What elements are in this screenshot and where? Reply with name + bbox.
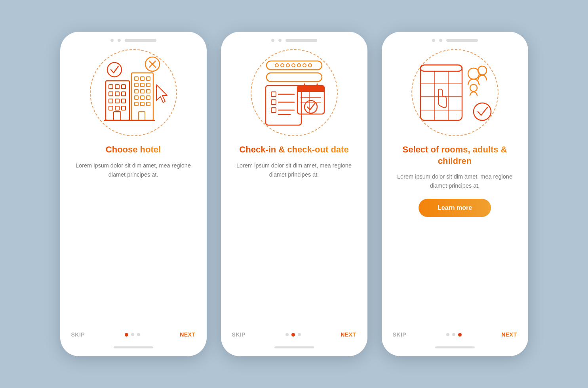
phone-3-home-bar bbox=[435, 346, 475, 348]
svg-point-39 bbox=[275, 64, 278, 67]
svg-rect-7 bbox=[109, 99, 113, 103]
svg-rect-65 bbox=[421, 67, 462, 71]
svg-rect-51 bbox=[271, 108, 276, 112]
checkin-icon bbox=[255, 53, 334, 132]
phone-3-icon-area bbox=[411, 49, 499, 136]
phone-1-dots bbox=[125, 333, 140, 337]
svg-rect-27 bbox=[135, 102, 138, 106]
phone-2-next[interactable]: NEXT bbox=[341, 331, 356, 338]
dot-1 bbox=[446, 333, 449, 336]
svg-rect-16 bbox=[141, 77, 144, 80]
svg-rect-8 bbox=[115, 99, 119, 103]
dot-1 bbox=[125, 333, 128, 337]
phone-1-desc: Lorem ipsum dolor sit dim amet, mea regi… bbox=[60, 161, 207, 179]
svg-rect-30 bbox=[139, 112, 145, 120]
svg-rect-4 bbox=[109, 92, 113, 96]
dot-2 bbox=[291, 333, 295, 337]
svg-rect-63 bbox=[421, 65, 462, 120]
phone-3-next[interactable]: NEXT bbox=[501, 331, 517, 338]
phone-1-next[interactable]: NEXT bbox=[180, 331, 195, 338]
phone-2-top bbox=[221, 39, 367, 42]
phone-speaker bbox=[285, 39, 317, 42]
learn-more-button[interactable]: Learn more bbox=[419, 199, 491, 217]
svg-rect-2 bbox=[115, 85, 119, 89]
svg-rect-22 bbox=[141, 89, 144, 93]
dot-2 bbox=[452, 333, 455, 336]
svg-rect-29 bbox=[147, 102, 150, 106]
svg-rect-24 bbox=[135, 96, 138, 99]
phone-2-title: Check-in & check-out date bbox=[227, 144, 360, 156]
rooms-icon bbox=[413, 53, 497, 132]
svg-rect-19 bbox=[141, 83, 144, 87]
svg-rect-56 bbox=[297, 88, 324, 92]
phone-3-top bbox=[382, 39, 528, 42]
phone-speaker bbox=[125, 39, 156, 42]
phone-1-top bbox=[60, 39, 207, 42]
phone-3-desc: Lorem ipsum dolor sit dim amet, mea regi… bbox=[382, 172, 528, 190]
svg-rect-47 bbox=[271, 92, 276, 97]
svg-point-41 bbox=[286, 64, 289, 67]
svg-rect-1 bbox=[109, 85, 113, 89]
phone-dot bbox=[110, 39, 114, 42]
phone-3-title: Select of rooms, adults & children bbox=[382, 144, 528, 167]
phone-1-icon-area bbox=[90, 49, 177, 136]
svg-rect-3 bbox=[122, 85, 126, 89]
dot-3 bbox=[458, 333, 462, 337]
svg-rect-6 bbox=[122, 92, 126, 96]
svg-point-45 bbox=[308, 64, 312, 67]
phone-2-nav: SKIP NEXT bbox=[232, 331, 356, 338]
phone-dot bbox=[432, 39, 435, 42]
hotel-icon bbox=[94, 53, 173, 132]
phone-2-dots bbox=[285, 333, 301, 337]
svg-point-43 bbox=[297, 64, 301, 67]
svg-rect-21 bbox=[135, 89, 138, 93]
phone-1-title: Choose hotel bbox=[94, 144, 173, 156]
phone-dot bbox=[271, 39, 274, 42]
phone-speaker bbox=[446, 39, 478, 42]
phone-2: Check-in & check-out date Lorem ipsum do… bbox=[221, 32, 367, 356]
svg-rect-11 bbox=[115, 106, 119, 110]
dot-1 bbox=[285, 333, 289, 336]
dot-2 bbox=[131, 333, 134, 336]
svg-rect-9 bbox=[122, 99, 126, 103]
svg-rect-26 bbox=[147, 96, 150, 99]
svg-rect-25 bbox=[141, 96, 144, 99]
svg-point-40 bbox=[281, 64, 284, 67]
svg-rect-38 bbox=[266, 73, 322, 82]
phone-1-nav: SKIP NEXT bbox=[71, 331, 196, 338]
svg-point-72 bbox=[478, 66, 487, 75]
svg-rect-13 bbox=[114, 112, 121, 120]
dot-3 bbox=[298, 333, 301, 336]
phone-3-bottom: SKIP NEXT bbox=[382, 331, 528, 348]
phones-container: Choose hotel Lorem ipsum dolor sit dim a… bbox=[60, 32, 528, 356]
phone-2-bottom: SKIP NEXT bbox=[221, 331, 367, 348]
phone-3-dots bbox=[446, 333, 462, 337]
svg-rect-64 bbox=[421, 65, 462, 71]
svg-rect-5 bbox=[115, 92, 119, 96]
phone-1: Choose hotel Lorem ipsum dolor sit dim a… bbox=[60, 32, 207, 356]
svg-rect-23 bbox=[147, 89, 150, 93]
phone-dot bbox=[278, 39, 282, 42]
phone-2-skip[interactable]: SKIP bbox=[232, 331, 246, 338]
phone-3-skip[interactable]: SKIP bbox=[393, 331, 407, 338]
svg-point-74 bbox=[474, 103, 491, 120]
phone-3: Select of rooms, adults & children Lorem… bbox=[382, 32, 528, 356]
phone-2-desc: Lorem ipsum dolor sit dim amet, mea regi… bbox=[221, 161, 367, 179]
phone-1-bottom: SKIP NEXT bbox=[60, 331, 207, 348]
phone-3-nav: SKIP NEXT bbox=[393, 331, 517, 338]
svg-rect-20 bbox=[147, 83, 150, 87]
phone-1-skip[interactable]: SKIP bbox=[71, 331, 85, 338]
svg-rect-18 bbox=[135, 83, 138, 87]
svg-point-44 bbox=[303, 64, 306, 67]
svg-point-73 bbox=[470, 84, 477, 91]
svg-rect-46 bbox=[266, 86, 301, 125]
svg-rect-15 bbox=[135, 77, 138, 80]
phone-2-icon-area bbox=[251, 49, 338, 136]
svg-marker-36 bbox=[156, 85, 167, 103]
svg-rect-28 bbox=[141, 102, 144, 106]
svg-point-71 bbox=[468, 68, 479, 79]
dot-3 bbox=[137, 333, 140, 336]
phone-1-home-bar bbox=[114, 346, 153, 348]
svg-rect-10 bbox=[109, 106, 113, 110]
svg-point-42 bbox=[292, 64, 295, 67]
